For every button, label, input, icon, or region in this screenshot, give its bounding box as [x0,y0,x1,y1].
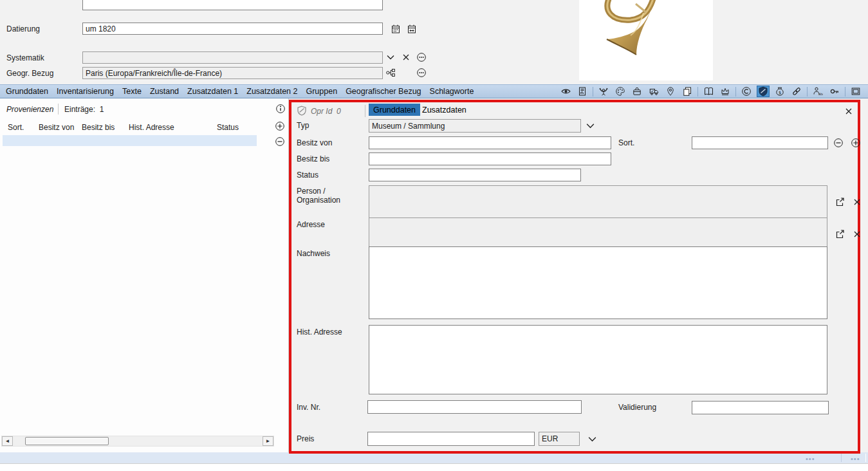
grip-dots-icon[interactable]: ••• [851,455,860,463]
more-options-icon[interactable] [416,68,427,78]
currency-select[interactable]: EUR [539,432,580,446]
transport-icon[interactable] [647,86,660,97]
hierarchy-icon[interactable] [385,68,396,78]
add-entry-icon[interactable] [275,121,285,131]
module-toolbar [559,85,862,98]
dialog-tab-grunddaten[interactable]: Grunddaten [369,104,420,116]
toolbar-separator [735,87,736,97]
tab-gruppen[interactable]: Gruppen [306,87,337,96]
eye-icon[interactable] [559,86,572,97]
column-header-status[interactable]: Status [217,123,239,132]
object-photo-horn [579,0,713,80]
remove-entry-icon[interactable] [275,136,285,147]
sort-label: Sort. [618,138,634,147]
typ-label: Typ [297,121,309,130]
chevron-down-icon[interactable] [587,434,598,445]
object-form-section: Datierung Systematik Geogr. Bezug Paris … [0,0,868,84]
sort-input[interactable] [692,136,828,149]
scrollbar-track[interactable] [13,436,273,446]
statusbar-separator [865,454,866,462]
column-header-besitz-bis[interactable]: Besitz bis [82,123,115,132]
clear-icon[interactable] [852,229,862,239]
frame-icon[interactable] [849,86,862,97]
report-icon[interactable] [576,86,589,97]
tab-inventarisierung[interactable]: Inventarisierung [57,87,114,96]
hist-adresse-label: Hist. Adresse [297,328,342,337]
external-link-icon[interactable] [835,197,845,207]
column-header-besitz-von[interactable]: Besitz von [39,123,74,132]
scrollbar-thumb[interactable] [25,437,109,445]
systematik-field[interactable] [82,51,383,64]
book-icon[interactable] [702,86,715,97]
remove-entry-icon[interactable] [833,138,844,148]
top-cropped-field[interactable] [82,0,383,10]
add-entry-icon[interactable] [851,138,861,148]
shield-icon [297,106,307,116]
calendar-range-icon[interactable] [407,24,417,34]
crown-icon[interactable] [719,86,732,97]
money-icon[interactable] [773,86,786,97]
copies-icon[interactable] [681,86,694,97]
toolbar-separator [845,87,845,97]
column-header-sort[interactable]: Sort. [8,123,24,132]
clear-icon[interactable] [401,52,411,62]
geogr-bezug-field[interactable]: Paris (Europa/Frankreich/Île-de-France) [82,67,383,79]
window-bottom-edge [0,463,868,471]
location-person-icon[interactable] [664,86,677,97]
main-tab-bar: Grunddaten Inventarisierung Texte Zustan… [0,84,868,98]
validierung-label: Validierung [618,403,656,412]
toolbar-separator [697,87,698,97]
more-options-icon[interactable] [416,52,427,62]
typ-select[interactable]: Museum / Sammlung [369,119,581,133]
chevron-down-icon[interactable] [585,120,596,131]
link-icon[interactable] [790,86,803,97]
calendar-icon[interactable] [391,24,401,34]
tab-geografischer-bezug[interactable]: Geografischer Bezug [346,87,421,96]
dialog-tab-zusatzdaten[interactable]: Zusatzdaten [418,104,471,116]
table-row-selected[interactable] [3,135,257,146]
palette-icon[interactable] [614,86,627,97]
inv-nr-input[interactable] [367,400,582,414]
status-input[interactable] [369,169,581,181]
header-separator [58,104,59,115]
nachweis-label: Nachweis [297,249,330,258]
column-header-hist-adresse[interactable]: Hist. Adresse [129,123,174,132]
clear-icon[interactable] [852,197,862,207]
status-bar: ••• ••• [0,452,868,463]
nachweis-textarea[interactable] [369,246,827,319]
shield-provenance-icon[interactable] [757,86,770,97]
close-icon[interactable] [844,106,854,116]
main-tabs: Grunddaten Inventarisierung Texte Zustan… [0,87,474,96]
toolbar-separator [593,87,593,97]
tab-zusatzdaten-1[interactable]: Zusatzdaten 1 [187,87,238,96]
validierung-input[interactable] [692,401,829,414]
key-icon[interactable] [828,86,841,97]
preis-label: Preis [297,434,314,443]
hist-adresse-textarea[interactable] [369,325,827,394]
tab-schlagworte[interactable]: Schlagworte [430,87,474,96]
datierung-input[interactable] [82,23,383,35]
statusbar-separator [841,454,842,462]
preis-input[interactable] [367,432,535,446]
besitz-bis-input[interactable] [369,152,611,165]
scroll-left-button[interactable]: ◄ [2,436,13,446]
horizontal-scrollbar[interactable]: ◄ ► [1,436,274,447]
tab-texte[interactable]: Texte [122,87,142,96]
bag-icon[interactable] [631,86,643,97]
external-link-icon[interactable] [835,229,845,239]
conservation-icon[interactable] [597,86,610,97]
toolbar-separator [807,87,808,97]
scroll-right-button[interactable]: ► [263,436,273,446]
grip-dots-icon[interactable]: ••• [806,455,815,463]
person-organisation-field[interactable] [369,185,827,219]
info-icon[interactable] [275,104,286,114]
tab-zustand[interactable]: Zustand [150,87,179,96]
panel-title: Provenienzen [6,105,53,114]
tab-zusatzdaten-2[interactable]: Zusatzdaten 2 [246,87,297,96]
person-search-icon[interactable] [811,86,824,97]
tab-grunddaten[interactable]: Grunddaten [6,87,48,96]
datierung-label: Datierung [6,24,40,33]
copyright-icon[interactable] [740,86,753,97]
besitz-von-input[interactable] [369,136,611,149]
chevron-down-icon[interactable] [385,52,396,62]
